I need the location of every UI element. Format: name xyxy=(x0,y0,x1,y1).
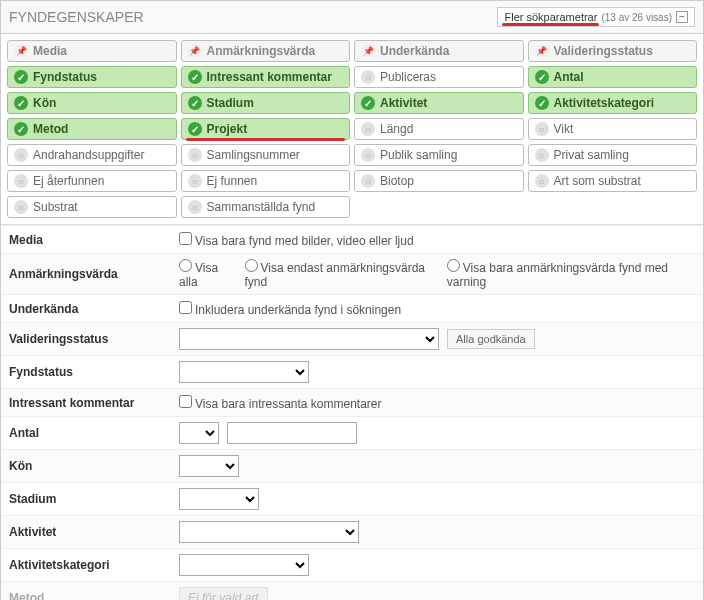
row-stadium: Stadium xyxy=(1,482,703,515)
label-antal: Antal xyxy=(9,426,179,440)
chip-empty xyxy=(528,196,698,218)
label-aktivitetskategori: Aktivitetskategori xyxy=(9,558,179,572)
circle-icon: ○ xyxy=(361,70,375,84)
circle-icon: ○ xyxy=(361,148,375,162)
circle-icon: ○ xyxy=(188,200,202,214)
circle-icon: ○ xyxy=(14,148,28,162)
intressant-checkbox[interactable] xyxy=(179,395,192,408)
fyndstatus-select[interactable] xyxy=(179,361,309,383)
chip-aktivitet[interactable]: ✓Aktivitet xyxy=(354,92,524,114)
kon-select[interactable] xyxy=(179,455,239,477)
alla-godkanda-button[interactable]: Alla godkända xyxy=(447,329,535,349)
panel-header: FYNDEGENSKAPER Fler sökparametrar (13 av… xyxy=(1,1,703,34)
category-header-anmarkningsvarda: 📌Anmärkningsvärda xyxy=(181,40,351,62)
row-antal: Antal xyxy=(1,416,703,449)
chip-ej-aterfunnen[interactable]: ○Ej återfunnen xyxy=(7,170,177,192)
page-title: FYNDEGENSKAPER xyxy=(9,9,144,25)
underkanda-checkbox-label[interactable]: Inkludera underkända fynd i sökningen xyxy=(179,301,401,317)
pin-icon: 📌 xyxy=(361,44,375,58)
circle-icon: ○ xyxy=(188,148,202,162)
circle-icon: ○ xyxy=(535,174,549,188)
more-params-count: (13 av 26 visas) xyxy=(601,12,672,23)
chip-privat-samling[interactable]: ○Privat samling xyxy=(528,144,698,166)
label-anmarkningsvarda: Anmärkningsvärda xyxy=(9,267,179,281)
chip-substrat[interactable]: ○Substrat xyxy=(7,196,177,218)
category-header-valideringsstatus: 📌Valideringsstatus xyxy=(528,40,698,62)
circle-icon: ○ xyxy=(535,148,549,162)
chip-stadium[interactable]: ✓Stadium xyxy=(181,92,351,114)
check-icon: ✓ xyxy=(14,122,28,136)
row-fyndstatus: Fyndstatus xyxy=(1,355,703,388)
chip-samlingsnummer[interactable]: ○Samlingsnummer xyxy=(181,144,351,166)
row-underkanda: Underkända Inkludera underkända fynd i s… xyxy=(1,294,703,322)
check-icon: ✓ xyxy=(14,70,28,84)
chip-intressant-kommentar[interactable]: ✓Intressant kommentar xyxy=(181,66,351,88)
row-kon: Kön xyxy=(1,449,703,482)
aktivitet-select[interactable] xyxy=(179,521,359,543)
check-icon: ✓ xyxy=(361,96,375,110)
check-icon: ✓ xyxy=(188,70,202,84)
collapse-icon[interactable]: − xyxy=(676,11,688,23)
circle-icon: ○ xyxy=(535,122,549,136)
pin-icon: 📌 xyxy=(535,44,549,58)
anm-radio-only[interactable]: Visa endast anmärkningsvärda fynd xyxy=(245,259,439,289)
chip-fyndstatus[interactable]: ✓Fyndstatus xyxy=(7,66,177,88)
label-kon: Kön xyxy=(9,459,179,473)
pin-icon: 📌 xyxy=(188,44,202,58)
aktivitetskategori-select[interactable] xyxy=(179,554,309,576)
category-header-underkanda: 📌Underkända xyxy=(354,40,524,62)
chip-art-som-substrat[interactable]: ○Art som substrat xyxy=(528,170,698,192)
antal-input[interactable] xyxy=(227,422,357,444)
metod-disabled-text: Ej för vald art xyxy=(179,587,268,600)
valideringsstatus-select[interactable] xyxy=(179,328,439,350)
row-valideringsstatus: Valideringsstatus Alla godkända xyxy=(1,322,703,355)
chip-grid: 📌Media 📌Anmärkningsvärda 📌Underkända 📌Va… xyxy=(1,34,703,225)
media-checkbox-label[interactable]: Visa bara fynd med bilder, video eller l… xyxy=(179,232,414,248)
check-icon: ✓ xyxy=(188,96,202,110)
row-media: Media Visa bara fynd med bilder, video e… xyxy=(1,225,703,253)
category-header-media: 📌Media xyxy=(7,40,177,62)
chip-publiceras[interactable]: ○Publiceras xyxy=(354,66,524,88)
anm-radio-all[interactable]: Visa alla xyxy=(179,259,237,289)
main-panel: FYNDEGENSKAPER Fler sökparametrar (13 av… xyxy=(0,0,704,600)
chip-kon[interactable]: ✓Kön xyxy=(7,92,177,114)
chip-aktivitetskategori[interactable]: ✓Aktivitetskategori xyxy=(528,92,698,114)
pin-icon: 📌 xyxy=(14,44,28,58)
circle-icon: ○ xyxy=(14,174,28,188)
row-aktivitet: Aktivitet xyxy=(1,515,703,548)
check-icon: ✓ xyxy=(535,70,549,84)
chip-langd[interactable]: ○Längd xyxy=(354,118,524,140)
chip-andrahandsuppgifter[interactable]: ○Andrahandsuppgifter xyxy=(7,144,177,166)
chip-sammanstallda-fynd[interactable]: ○Sammanställda fynd xyxy=(181,196,351,218)
circle-icon: ○ xyxy=(361,122,375,136)
media-checkbox[interactable] xyxy=(179,232,192,245)
underkanda-checkbox[interactable] xyxy=(179,301,192,314)
row-metod: Metod Ej för vald art xyxy=(1,581,703,600)
label-valideringsstatus: Valideringsstatus xyxy=(9,332,179,346)
chip-antal[interactable]: ✓Antal xyxy=(528,66,698,88)
circle-icon: ○ xyxy=(188,174,202,188)
label-stadium: Stadium xyxy=(9,492,179,506)
label-aktivitet: Aktivitet xyxy=(9,525,179,539)
circle-icon: ○ xyxy=(361,174,375,188)
check-icon: ✓ xyxy=(188,122,202,136)
chip-metod[interactable]: ✓Metod xyxy=(7,118,177,140)
label-intressant-kommentar: Intressant kommentar xyxy=(9,396,179,410)
intressant-checkbox-label[interactable]: Visa bara intressanta kommentarer xyxy=(179,395,382,411)
chip-ej-funnen[interactable]: ○Ej funnen xyxy=(181,170,351,192)
chip-biotop[interactable]: ○Biotop xyxy=(354,170,524,192)
anm-radio-warning[interactable]: Visa bara anmärkningsvärda fynd med varn… xyxy=(447,259,695,289)
label-fyndstatus: Fyndstatus xyxy=(9,365,179,379)
chip-vikt[interactable]: ○Vikt xyxy=(528,118,698,140)
label-metod: Metod xyxy=(9,591,179,600)
more-params-label: Fler sökparametrar xyxy=(504,11,597,23)
label-underkanda: Underkända xyxy=(9,302,179,316)
chip-projekt[interactable]: ✓Projekt xyxy=(181,118,351,140)
form-rows: Media Visa bara fynd med bilder, video e… xyxy=(1,225,703,600)
stadium-select[interactable] xyxy=(179,488,259,510)
chip-publik-samling[interactable]: ○Publik samling xyxy=(354,144,524,166)
antal-op-select[interactable] xyxy=(179,422,219,444)
more-params-button[interactable]: Fler sökparametrar (13 av 26 visas) − xyxy=(497,7,695,27)
row-intressant-kommentar: Intressant kommentar Visa bara intressan… xyxy=(1,388,703,416)
circle-icon: ○ xyxy=(14,200,28,214)
